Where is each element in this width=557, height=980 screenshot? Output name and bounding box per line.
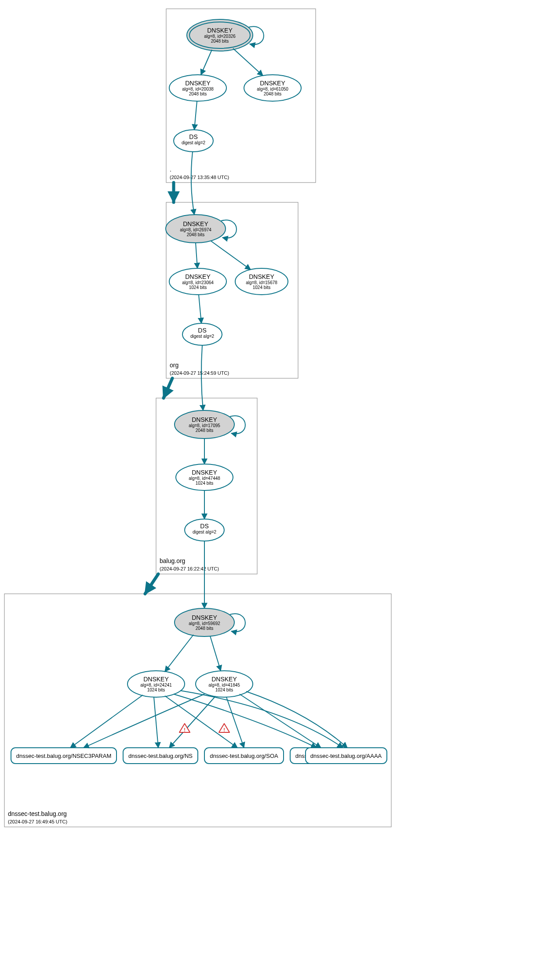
svg-text:digest alg=2: digest alg=2 (182, 140, 206, 145)
svg-text:2048 bits: 2048 bits (196, 626, 214, 631)
svg-text:digest alg=2: digest alg=2 (193, 530, 217, 534)
dnskey-root-ksk[interactable]: DNSKEY alg=8, id=20326 2048 bits (187, 19, 253, 51)
dnskey-org-ksk[interactable]: DNSKEY alg=8, id=26974 2048 bits (166, 215, 226, 243)
delegation-org-balug (164, 378, 172, 398)
edge-zsk1-a (174, 694, 317, 748)
svg-text:alg=8, id=15678: alg=8, id=15678 (246, 280, 277, 285)
svg-text:alg=8, id=61050: alg=8, id=61050 (257, 87, 288, 91)
zone-balug-label: balug.org (160, 557, 185, 564)
svg-text:1024 bits: 1024 bits (147, 687, 165, 692)
zone-root-label: . (170, 166, 171, 173)
delegation-balug-dnssectest (145, 574, 158, 594)
svg-text:alg=8, id=47448: alg=8, id=47448 (189, 476, 220, 481)
svg-text:DNSKEY: DNSKEY (185, 80, 211, 87)
dnskey-dnssectest-zsk1[interactable]: DNSKEY alg=8, id=24241 1024 bits (127, 671, 185, 697)
svg-text:DS: DS (189, 133, 197, 140)
svg-text:DNSKEY: DNSKEY (183, 220, 208, 227)
dnskey-dnssectest-zsk2[interactable]: DNSKEY alg=8, id=41845 1024 bits (196, 671, 253, 697)
svg-text:1024 bits: 1024 bits (189, 285, 207, 290)
zone-root-ts: (2024-09-27 13:35:48 UTC) (170, 175, 229, 180)
svg-text:DS: DS (198, 327, 206, 334)
warning-icon: ! (219, 724, 229, 732)
svg-text:alg=8, id=41845: alg=8, id=41845 (208, 683, 240, 687)
svg-text:2048 bits: 2048 bits (189, 91, 207, 96)
warning-icon: ! (179, 724, 190, 732)
edge-zsk1-nsec3param (70, 695, 143, 748)
dnskey-org-zsk2[interactable]: DNSKEY alg=8, id=15678 1024 bits (235, 268, 288, 295)
dnskey-dnssectest-ksk[interactable]: DNSKEY alg=8, id=59692 2048 bits (175, 608, 234, 636)
edge-zsk2-aaaa (246, 691, 347, 748)
edge-ds-org-ksk (191, 152, 194, 215)
zone-org-label: org (170, 362, 178, 369)
zone-dnssectest-ts: (2024-09-27 16:49:45 UTC) (8, 819, 67, 824)
svg-text:dnssec-test.balug.org/AAAA: dnssec-test.balug.org/AAAA (310, 753, 382, 759)
edge-root-ksk-zsk1 (201, 50, 212, 75)
edge-zsk1-aaaa (180, 691, 343, 748)
svg-text:!: ! (223, 727, 225, 732)
edge-ds-balug-ksk (201, 345, 203, 410)
dnskey-balug-zsk[interactable]: DNSKEY alg=8, id=47448 1024 bits (176, 464, 233, 490)
dnskey-root-zsk1[interactable]: DNSKEY alg=8, id=20038 2048 bits (169, 75, 226, 101)
edge-org-zsk1-ds (199, 295, 201, 323)
edge-dt-ksk-zsk2 (210, 636, 221, 671)
svg-text:DNSKEY: DNSKEY (249, 273, 274, 280)
svg-text:DNSKEY: DNSKEY (185, 273, 211, 280)
dnskey-org-zsk1[interactable]: DNSKEY alg=8, id=23064 1024 bits (169, 268, 226, 295)
svg-text:DNSKEY: DNSKEY (192, 469, 217, 476)
svg-text:2048 bits: 2048 bits (211, 39, 229, 44)
edge-root-zsk1-ds (194, 101, 197, 130)
svg-text:alg=8, id=17095: alg=8, id=17095 (189, 423, 220, 428)
svg-text:!: ! (184, 727, 186, 732)
svg-text:DNSKEY: DNSKEY (260, 80, 285, 87)
dnskey-root-zsk2[interactable]: DNSKEY alg=8, id=61050 2048 bits (244, 75, 301, 101)
zone-balug: balug.org (2024-09-27 16:22:42 UTC) DNSK… (156, 398, 257, 574)
svg-text:1024 bits: 1024 bits (196, 481, 214, 486)
svg-text:DNSKEY: DNSKEY (207, 27, 233, 34)
ds-org[interactable]: DS digest alg=2 (174, 130, 213, 152)
svg-text:dnssec-test.balug.org/NSEC3PAR: dnssec-test.balug.org/NSEC3PARAM (16, 753, 112, 759)
rrset-soa[interactable]: dnssec-test.balug.org/SOA (204, 748, 284, 764)
svg-text:DNSKEY: DNSKEY (143, 676, 169, 683)
dnskey-balug-ksk[interactable]: DNSKEY alg=8, id=17095 2048 bits (175, 410, 234, 439)
svg-text:DNSKEY: DNSKEY (192, 614, 217, 621)
edge-zsk2-nsec3param (84, 694, 204, 748)
svg-text:alg=8, id=23064: alg=8, id=23064 (182, 280, 214, 285)
zone-dnssectest-label: dnssec-test.balug.org (8, 810, 67, 817)
svg-text:DNSKEY: DNSKEY (211, 676, 237, 683)
svg-text:2048 bits: 2048 bits (187, 232, 205, 237)
edge-dt-ksk-zsk1 (165, 635, 193, 672)
svg-text:DNSKEY: DNSKEY (192, 416, 217, 423)
zone-dnssectest: dnssec-test.balug.org (2024-09-27 16:49:… (4, 594, 391, 827)
zone-org-ts: (2024-09-27 15:24:59 UTC) (170, 370, 229, 376)
edge-root-ksk-zsk2 (233, 48, 263, 76)
svg-text:dnssec-test.balug.org/SOA: dnssec-test.balug.org/SOA (210, 753, 278, 759)
svg-text:alg=8, id=59692: alg=8, id=59692 (189, 621, 220, 626)
svg-text:alg=8, id=26974: alg=8, id=26974 (180, 227, 211, 232)
ds-dnssectest[interactable]: DS digest alg=2 (185, 519, 224, 541)
svg-text:1024 bits: 1024 bits (253, 285, 271, 290)
rrset-nsec3param[interactable]: dnssec-test.balug.org/NSEC3PARAM (11, 748, 116, 764)
edge-zsk2-a (240, 694, 321, 748)
svg-text:dnssec-test.balug.org/NS: dnssec-test.balug.org/NS (128, 753, 193, 759)
svg-text:alg=8, id=20038: alg=8, id=20038 (182, 87, 214, 91)
svg-text:1024 bits: 1024 bits (215, 687, 233, 692)
edge-org-ksk-zsk1 (196, 243, 197, 268)
svg-text:DS: DS (200, 523, 208, 530)
rrset-ns[interactable]: dnssec-test.balug.org/NS (123, 748, 198, 764)
svg-text:alg=8, id=24241: alg=8, id=24241 (140, 683, 172, 687)
svg-text:2048 bits: 2048 bits (264, 91, 282, 96)
svg-text:2048 bits: 2048 bits (196, 428, 214, 433)
zone-balug-ts: (2024-09-27 16:22:42 UTC) (160, 566, 219, 571)
zone-root: . (2024-09-27 13:35:48 UTC) DNSKEY alg=8… (166, 9, 316, 183)
edge-zsk2-soa (226, 697, 244, 748)
edge-org-ksk-zsk2 (211, 241, 251, 270)
rrset-aaaa[interactable]: dnssec-test.balug.org/AAAA (306, 748, 387, 764)
edge-zsk1-ns (154, 697, 158, 748)
svg-text:alg=8, id=20326: alg=8, id=20326 (204, 34, 236, 39)
ds-balug[interactable]: DS digest alg=2 (182, 323, 222, 345)
zone-org: org (2024-09-27 15:24:59 UTC) DNSKEY alg… (166, 202, 298, 378)
svg-text:digest alg=2: digest alg=2 (190, 334, 215, 339)
